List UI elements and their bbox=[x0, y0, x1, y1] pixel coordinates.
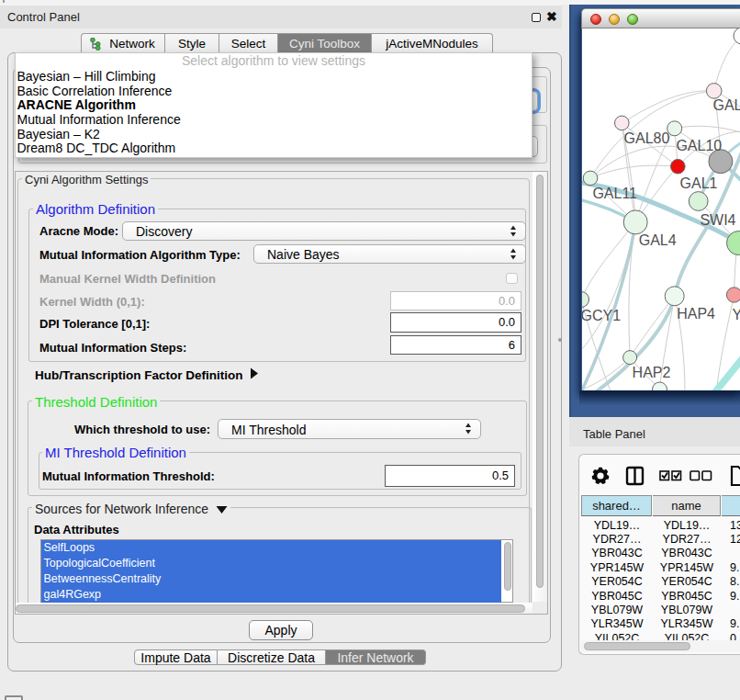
svg-text:GAL11: GAL11 bbox=[592, 186, 637, 201]
svg-text:YJ: YJ bbox=[733, 307, 740, 322]
svg-text:GAL80: GAL80 bbox=[624, 130, 670, 146]
svg-text:SWI4: SWI4 bbox=[700, 212, 735, 228]
svg-text:GAL1: GAL1 bbox=[680, 175, 718, 191]
svg-text:HAP4: HAP4 bbox=[677, 306, 715, 322]
svg-text:GAL4: GAL4 bbox=[639, 232, 677, 248]
svg-text:GAL10: GAL10 bbox=[676, 138, 722, 153]
svg-text:GCY1: GCY1 bbox=[582, 308, 621, 323]
svg-text:HAP2: HAP2 bbox=[633, 365, 671, 380]
svg-text:GAL7: GAL7 bbox=[713, 97, 740, 113]
